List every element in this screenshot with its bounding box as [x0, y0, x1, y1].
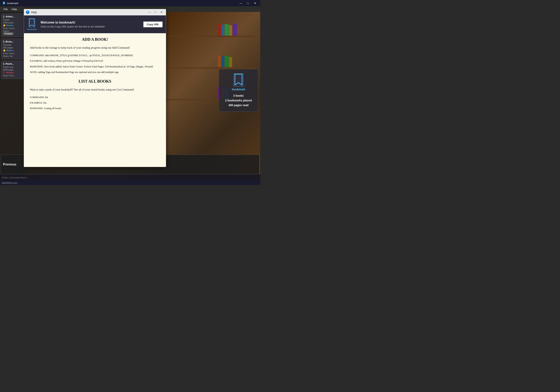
list-books-command-1: COMMAND: list — [30, 95, 160, 99]
copy-url-button[interactable]: Copy URL — [143, 21, 163, 28]
dialog-logo-text: bookmark — [27, 28, 37, 30]
dialog-title-controls: — □ ✕ — [147, 10, 164, 14]
add-book-section-title: ADD A BOOK! — [30, 37, 160, 42]
list-books-command-2: EXAMPLE: list — [30, 101, 160, 105]
dialog-content: ADD A BOOK! Add books to the storage to … — [24, 33, 166, 167]
dialog-logo: bookmark — [27, 18, 37, 30]
dialog-minimize-button[interactable]: — — [147, 10, 152, 14]
dialog-close-button[interactable]: ✕ — [159, 10, 164, 14]
add-book-intro: Add books to the storage to keep track o… — [30, 46, 160, 50]
dialog-header-text: Welcome to bookmark! Click on the Copy U… — [40, 21, 143, 28]
list-books-command-3: RESPONSE: Listing all books — [30, 106, 160, 110]
dialog-title-bar: ? Help — □ ✕ — [24, 9, 166, 15]
dialog-welcome-title: Welcome to bookmark! — [40, 21, 143, 24]
help-dialog-icon: ? — [26, 10, 30, 14]
list-books-section-title: LIST ALL BOOKS — [30, 79, 160, 84]
dialog-header: bookmark Welcome to bookmark! Click on t… — [24, 15, 166, 33]
help-dialog: ? Help — □ ✕ bookmark Welcome to bookmar… — [24, 9, 166, 167]
add-book-command-2: EXAMPLE: add n/Harry Potter g/Fiction t/… — [30, 59, 160, 63]
dialog-overlay: ? Help — □ ✕ bookmark Welcome to bookmar… — [0, 0, 260, 185]
add-book-command-4: NOTE: adding Tags and Bookmarked Page ar… — [30, 70, 160, 74]
dialog-title-text: Help — [31, 11, 147, 14]
add-book-command-3: RESPONSE: New book added: Harry Potter G… — [30, 64, 160, 69]
dialog-welcome-sub: Click on the Copy URL button for the lin… — [40, 25, 143, 28]
dialog-maximize-button[interactable]: □ — [153, 10, 158, 14]
add-book-command-1: COMMAND: add n/BOOK_TITLE g/GENRE [t/TAG… — [30, 53, 160, 58]
dialog-logo-icon — [28, 18, 36, 28]
list-books-intro: Want to take a peek of your bookshelf? S… — [30, 88, 160, 92]
